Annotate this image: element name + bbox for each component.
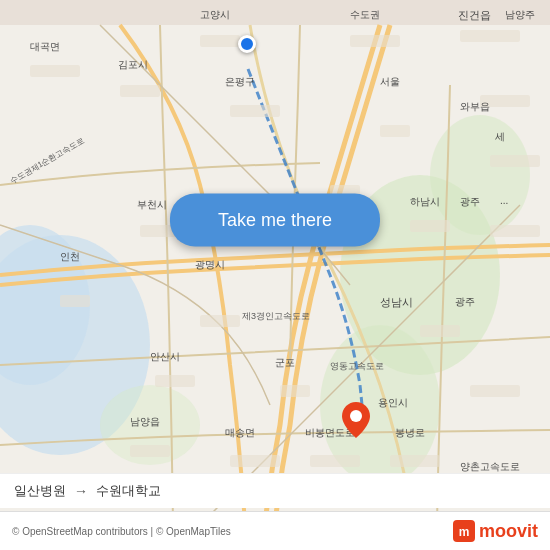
svg-rect-9 (200, 35, 240, 47)
label-goyang: 고양시 (200, 8, 230, 22)
moovit-text: moovit (479, 521, 538, 542)
route-to: 수원대학교 (96, 482, 161, 500)
moovit-icon: m (453, 520, 475, 542)
label-maesong: 매송면 (225, 426, 255, 440)
svg-rect-20 (280, 385, 310, 397)
label-bongnyeong: 봉녕로 (395, 426, 425, 440)
label-se: 세 (495, 130, 505, 144)
label-third-highway: 제3경인고속도로 (242, 310, 310, 323)
label-eunpyeong: 은평구 (225, 75, 255, 89)
label-hanam: 하남시 (410, 195, 440, 209)
svg-rect-13 (230, 105, 280, 117)
svg-rect-22 (230, 455, 280, 467)
label-more: ... (500, 195, 508, 206)
map-container: 대곡면 김포시 고양시 수도권 진건읍 남양주 서울 은평구 와부읍 세 하남시… (0, 0, 550, 550)
label-wabu: 와부읍 (460, 100, 490, 114)
svg-rect-17 (60, 295, 90, 307)
label-gwangju: 광주 (460, 195, 480, 209)
label-namyangju2: 남양읍 (130, 415, 160, 429)
label-gunpo: 군포 (275, 356, 295, 370)
label-daegok: 대곡면 (30, 40, 60, 54)
svg-rect-8 (120, 85, 160, 97)
svg-rect-23 (310, 455, 360, 467)
svg-rect-25 (470, 385, 520, 397)
label-ansan: 안산시 (150, 350, 180, 364)
label-bucheon: 부천시 (137, 198, 167, 212)
svg-rect-19 (155, 375, 195, 387)
svg-rect-12 (380, 125, 410, 137)
svg-rect-11 (460, 30, 520, 42)
svg-point-30 (350, 410, 362, 422)
svg-rect-10 (350, 35, 400, 47)
label-namyangju: 남양주 (505, 8, 535, 22)
label-incheon: 인천 (60, 250, 80, 264)
label-uijeongbu: 수도권 (350, 8, 380, 22)
label-yangchon: 양촌고속도로 (460, 460, 520, 474)
take-me-there-button[interactable]: Take me there (170, 194, 380, 247)
route-from: 일산병원 (14, 482, 66, 500)
svg-rect-27 (490, 155, 540, 167)
copyright-section: © OpenStreetMap contributors | © OpenMap… (12, 526, 231, 537)
route-info-bar: 일산병원 → 수원대학교 (0, 473, 550, 508)
label-gimpo: 김포시 (118, 58, 148, 72)
label-jingwan: 진건읍 (458, 8, 491, 23)
svg-rect-15 (410, 220, 450, 232)
svg-rect-29 (390, 455, 440, 467)
route-arrow: → (74, 483, 88, 499)
svg-rect-7 (30, 65, 80, 77)
label-seongnam: 성남시 (380, 295, 413, 310)
svg-rect-24 (420, 325, 460, 337)
svg-point-4 (430, 115, 530, 235)
label-gwangju2: 광주 (455, 295, 475, 309)
label-yongin: 용인시 (378, 396, 408, 410)
label-gyeongbu: 영동고속도로 (330, 360, 384, 373)
moovit-logo: m moovit (453, 520, 538, 542)
destination-pin (342, 402, 370, 442)
svg-rect-18 (200, 315, 240, 327)
label-gwangmyeong: 광명시 (195, 258, 225, 272)
label-seoul: 서울 (380, 75, 400, 89)
svg-rect-28 (490, 225, 540, 237)
svg-text:m: m (459, 525, 470, 539)
svg-rect-21 (130, 445, 170, 457)
bottom-bar: © OpenStreetMap contributors | © OpenMap… (0, 511, 550, 550)
copyright-text: © OpenStreetMap contributors | © OpenMap… (12, 526, 231, 537)
origin-pin (238, 35, 256, 53)
